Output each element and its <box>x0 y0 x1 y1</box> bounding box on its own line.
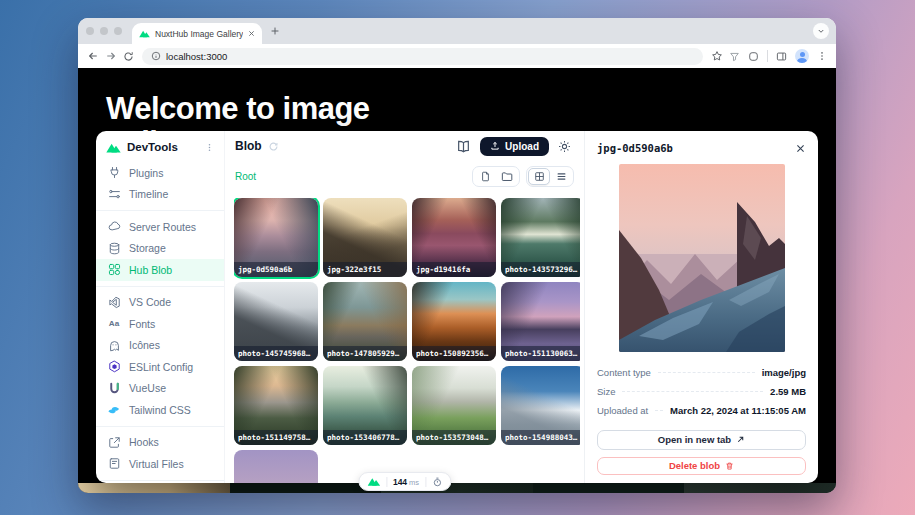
sidebar-item-hub-blob[interactable]: Hub Blob <box>96 259 224 281</box>
sidebar-item-tailwind-css[interactable]: Tailwind CSS <box>96 399 224 421</box>
window-maximize-button[interactable] <box>114 27 122 35</box>
grid-view-icon[interactable] <box>528 168 550 185</box>
devtools-sidebar: DevTools Plugins Timeline Server Routes <box>96 131 225 483</box>
blob-thumbnail-photo-143573296[interactable]: photo-143573296… <box>501 198 580 277</box>
url-bar[interactable]: localhost:3000 <box>142 48 703 65</box>
back-icon[interactable] <box>87 50 99 62</box>
new-file-icon[interactable] <box>474 168 496 185</box>
sidebar-item-storage[interactable]: Storage <box>96 238 224 260</box>
browser-tabstrip: NuxtHub Image Gallery Start <box>78 18 836 44</box>
sidebar-item-server-routes[interactable]: Server Routes <box>96 216 224 238</box>
metadata-label: Content type <box>597 367 651 378</box>
blob-main-panel: Blob Upload Root <box>225 131 585 483</box>
hooks-icon <box>108 436 121 449</box>
status-divider <box>425 477 426 487</box>
browser-menu-icon[interactable] <box>817 51 827 61</box>
blob-thumbnail-photo-153573048[interactable]: photo-153573048… <box>412 366 496 445</box>
timer-icon[interactable] <box>432 477 442 487</box>
sidebar-item-vs-code[interactable]: VS Code <box>96 292 224 314</box>
devtools-menu-icon[interactable] <box>205 143 214 152</box>
bookmark-star-icon[interactable] <box>711 50 723 62</box>
sidebar-item-label: Tailwind CSS <box>129 404 191 416</box>
page-image-tile <box>684 483 836 493</box>
window-minimize-button[interactable] <box>100 27 108 35</box>
blob-thumbnail-photo-145745968[interactable]: photo-145745968… <box>234 282 318 361</box>
blob-detail-panel: jpg-0d590a6b <box>585 131 818 483</box>
metadata-leader <box>655 410 663 411</box>
blob-thumbnail-jpg-d19416fa[interactable]: jpg-d19416fa <box>412 198 496 277</box>
svg-text:Aa: Aa <box>109 320 120 329</box>
window-controls[interactable] <box>86 27 122 35</box>
metadata-value: image/jpg <box>762 367 806 378</box>
refresh-icon[interactable] <box>268 141 279 152</box>
devtools-brand: DevTools <box>127 141 199 153</box>
blob-thumbnail-label: photo-151149758… <box>234 430 318 445</box>
browser-tab[interactable]: NuxtHub Image Gallery Start <box>132 23 262 44</box>
docs-book-icon[interactable] <box>456 140 471 153</box>
tab-title: NuxtHub Image Gallery Start <box>155 29 243 39</box>
view-toggle-group <box>526 166 574 187</box>
sidebar-item-label: ESLint Config <box>129 361 193 373</box>
url-text[interactable]: localhost:3000 <box>166 51 227 62</box>
blob-thumbnail-jpg-0d590a6b[interactable]: jpg-0d590a6b <box>234 198 318 277</box>
reload-icon[interactable] <box>123 51 134 62</box>
theme-sun-icon[interactable] <box>558 140 571 153</box>
blob-toolbar: Root <box>225 164 584 188</box>
sidebar-item-eslint-config[interactable]: ESLint Config <box>96 356 224 378</box>
new-item-group <box>472 166 520 187</box>
new-folder-icon[interactable] <box>496 168 518 185</box>
delete-blob-button[interactable]: Delete blob <box>597 457 806 475</box>
sidebar-item-fonts[interactable]: Aa Fonts <box>96 313 224 335</box>
toolbar-divider <box>767 50 768 62</box>
plug-icon <box>108 166 121 179</box>
nuxt-logo-icon <box>367 477 380 486</box>
window-close-button[interactable] <box>86 27 94 35</box>
forward-icon[interactable] <box>105 50 117 62</box>
sidebar-item-timeline[interactable]: Timeline <box>96 184 224 206</box>
open-in-new-tab-button[interactable]: Open in new tab <box>597 430 806 449</box>
sidebar-item-plugins[interactable]: Plugins <box>96 162 224 184</box>
list-view-icon[interactable] <box>550 168 572 185</box>
site-info-icon[interactable] <box>151 51 161 61</box>
side-panel-icon[interactable] <box>776 51 787 62</box>
blob-thumbnail-label: photo-151130063… <box>501 346 580 361</box>
devtools-status-pill[interactable]: 144ms <box>358 472 451 491</box>
profile-avatar[interactable] <box>795 49 809 63</box>
extensions-icon[interactable] <box>748 51 759 62</box>
blob-thumbnail-photo-150892356[interactable]: photo-150892356… <box>412 282 496 361</box>
sidebar-item-vueuse[interactable]: VueUse <box>96 378 224 400</box>
tabstrip-chevron-down-icon[interactable] <box>813 23 829 39</box>
blob-thumbnail-photo-153406778[interactable]: photo-153406778… <box>323 366 407 445</box>
tab-close-icon[interactable] <box>248 30 255 37</box>
sidebar-divider <box>96 286 224 287</box>
sidebar-item-label: VueUse <box>129 382 166 394</box>
metadata-label: Uploaded at <box>597 405 648 416</box>
sidebar-item-label: Icônes <box>129 339 160 351</box>
metadata-value: 2.59 MB <box>770 386 806 397</box>
blob-thumbnail-label: photo-143573296… <box>501 262 580 277</box>
blob-thumbnail-jpg-322e3f15[interactable]: jpg-322e3f15 <box>323 198 407 277</box>
toolbar-right-icons <box>729 49 827 63</box>
sidebar-item-ic-nes[interactable]: Icônes <box>96 335 224 357</box>
upload-button[interactable]: Upload <box>480 137 549 156</box>
close-icon[interactable] <box>795 143 806 154</box>
sidebar-item-hooks[interactable]: Hooks <box>96 432 224 454</box>
blob-thumbnail[interactable] <box>234 450 318 483</box>
cloud-icon <box>108 220 121 233</box>
filter-icon[interactable] <box>729 51 740 62</box>
eslint-icon <box>108 360 121 373</box>
status-time: 144ms <box>393 477 419 487</box>
virtual-files-icon <box>108 457 121 470</box>
metadata-label: Size <box>597 386 615 397</box>
breadcrumb[interactable]: Root <box>235 171 256 182</box>
blob-thumbnail-photo-154988043[interactable]: photo-154988043… <box>501 366 580 445</box>
blob-thumbnail-photo-147805929[interactable]: photo-147805929… <box>323 282 407 361</box>
blob-thumbnail-label: jpg-0d590a6b <box>234 262 318 277</box>
blob-header: Blob Upload <box>225 131 584 161</box>
blob-thumbnail-photo-151149758[interactable]: photo-151149758… <box>234 366 318 445</box>
tailwind-icon <box>108 403 121 416</box>
sidebar-item-virtual-files[interactable]: Virtual Files <box>96 453 224 475</box>
blob-thumbnail-photo-151130063[interactable]: photo-151130063… <box>501 282 580 361</box>
new-tab-button[interactable] <box>270 26 280 36</box>
database-icon <box>108 242 121 255</box>
